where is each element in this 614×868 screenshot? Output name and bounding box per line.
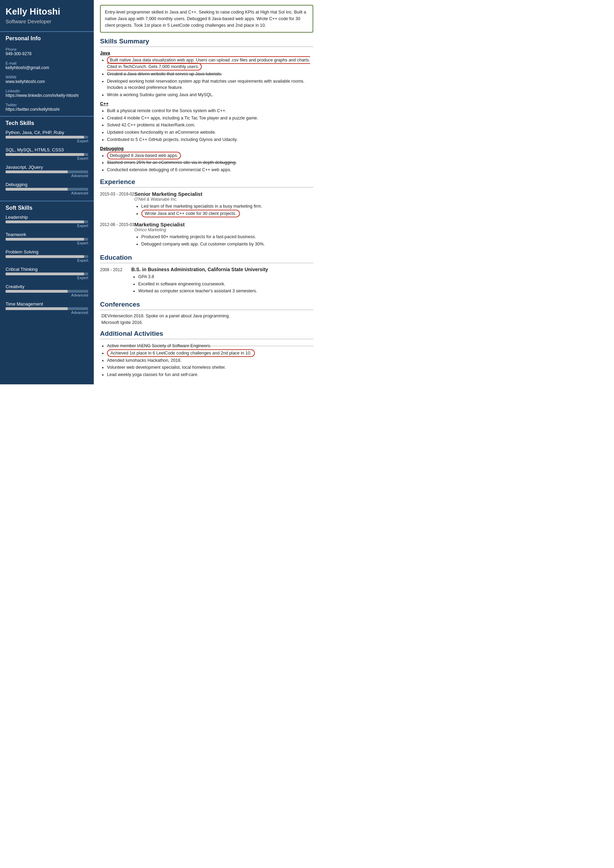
exp-bullet: Wrote Java and C++ code for 30 client pr… (141, 211, 313, 217)
exp-bullets: Produced 60+ marketing projects for a fa… (134, 234, 313, 248)
candidate-name: Kelly Hitoshi (6, 6, 88, 17)
skill-level: Expert (6, 223, 88, 228)
main-content: Entry-level programmer skilled in Java a… (94, 0, 319, 384)
edu-content: B.S. in Business Administration, Califor… (131, 267, 313, 296)
cpp-bullet: Created 4 mobile C++ apps, including a T… (107, 115, 313, 121)
skill-name: SQL, MySQL, HTML5, CSS3 (6, 147, 88, 152)
java-bullet: Wrote a working Sudoku game using Java a… (107, 91, 313, 98)
exp-bullet: Led team of five marketing specialists i… (141, 203, 313, 210)
exp-company: Orinco Marketing (134, 228, 313, 232)
skill-name: Python, Java, C#, PHP, Ruby (6, 130, 88, 135)
tech-skill-item: Python, Java, C#, PHP, Ruby Expert (0, 129, 94, 146)
skill-name: Problem Solving (6, 249, 88, 254)
soft-skill-item: Teamwork Expert (0, 231, 94, 248)
soft-skills-section: Leadership Expert Teamwork Expert Proble… (0, 213, 94, 317)
contact-item: LinkedInhttps://www.linkedin.com/in/kell… (0, 85, 94, 99)
exp-bullet: Produced 60+ marketing projects for a fa… (141, 234, 313, 240)
contact-label: WWW (6, 75, 88, 79)
additional-bullet: Volunteer web development specialist, lo… (107, 364, 313, 371)
java-section: Java Built native Java data visualizatio… (100, 50, 313, 98)
summary-box: Entry-level programmer skilled in Java a… (100, 5, 313, 33)
skill-level: Advanced (6, 310, 88, 315)
additional-bullet: Active member IAENG Society of Software … (107, 343, 313, 349)
sidebar: Kelly Hitoshi Software Developer Persona… (0, 0, 94, 384)
tech-skills-section: Python, Java, C#, PHP, Ruby Expert SQL, … (0, 129, 94, 198)
skill-bar-bg (6, 255, 88, 258)
skill-bar-bg (6, 170, 88, 173)
contact-value: www.kellyhitoshi.com (6, 79, 88, 84)
cpp-section: C++ Built a physical remote control for … (100, 101, 313, 143)
skill-name: Leadership (6, 215, 88, 220)
skill-bar-bg (6, 220, 88, 223)
highlighted-bullet: Wrote Java and C++ code for 30 client pr… (141, 210, 240, 217)
exp-date: 2015-03 - 2019-02 (100, 191, 134, 219)
experience-row: 2015-03 - 2019-02Senior Marketing Specia… (100, 191, 313, 219)
skill-bar-fill (6, 255, 84, 258)
skill-bar-fill (6, 136, 84, 138)
debugging-bullet: Slashed errors 25% for an eCommerce site… (107, 160, 313, 166)
sidebar-header: Kelly Hitoshi Software Developer (0, 0, 94, 28)
skill-bar-bg (6, 188, 88, 191)
skill-bar-bg (6, 153, 88, 156)
skill-level: Advanced (6, 293, 88, 297)
additional-bullet: Attended lumohacks Hackathon, 2018. (107, 357, 313, 364)
conference-item: DEVintersection 2018. Spoke on a panel a… (100, 313, 313, 318)
contact-value: https://twitter.com/kellyhitoshi (6, 107, 88, 112)
debugging-title: Debugging (100, 146, 313, 151)
exp-bullet: Debugged company web app. Cut customer c… (141, 241, 313, 248)
additional-bullet: Lead weekly yoga classes for fun and sel… (107, 372, 313, 378)
contact-label: LinkedIn (6, 89, 88, 93)
contact-label: E-mail (6, 61, 88, 65)
edu-bullets: GPA 3.8Excelled in software engineering … (131, 274, 313, 294)
candidate-title: Software Developer (6, 19, 88, 24)
java-title: Java (100, 50, 313, 56)
skill-bar-fill (6, 188, 68, 191)
personal-info-title: Personal Info (0, 31, 94, 44)
soft-skill-item: Problem Solving Expert (0, 248, 94, 265)
additional-bullets: Active member IAENG Society of Software … (100, 343, 313, 378)
skill-bar-bg (6, 273, 88, 275)
additional-bullet: Achieved 1st place in 6 LeetCode coding … (107, 350, 313, 356)
exp-content: Senior Marketing SpecialistO'Neil & Wata… (134, 191, 313, 219)
contact-item: WWWwww.kellyhitoshi.com (0, 71, 94, 85)
edu-degree: B.S. in Business Administration, Califor… (131, 267, 313, 272)
tech-skill-item: Debugging Advanced (0, 181, 94, 198)
exp-date: 2012-06 - 2015-03 (100, 222, 134, 249)
skill-level: Expert (6, 139, 88, 143)
exp-job-title: Marketing Specialist (134, 222, 313, 228)
debugging-bullet: Debugged 8 Java-based web apps. (107, 152, 313, 159)
skill-bar-fill (6, 273, 84, 275)
java-bullet: Created a Java-driven website that serve… (107, 71, 313, 78)
cpp-bullets: Built a physical remote control for the … (100, 108, 313, 143)
tech-skill-item: SQL, MySQL, HTML5, CSS3 Expert (0, 146, 94, 163)
soft-skill-item: Creativity Advanced (0, 283, 94, 300)
edu-bullet: GPA 3.8 (138, 274, 313, 280)
skill-level: Expert (6, 258, 88, 262)
exp-job-title: Senior Marketing Specialist (134, 191, 313, 197)
skill-bar-bg (6, 238, 88, 240)
personal-info-section: Phone949-300-9278E-mailkellyhitoshi@gmai… (0, 44, 94, 113)
skill-name: Teamwork (6, 232, 88, 237)
cpp-bullet: Updated cookies functionality in an eCom… (107, 129, 313, 136)
skill-level: Expert (6, 156, 88, 160)
debugging-section: Debugging Debugged 8 Java-based web apps… (100, 146, 313, 173)
cpp-bullet: Built a physical remote control for the … (107, 108, 313, 114)
cpp-bullet: Contributed to 5 C++ GitHub projects, in… (107, 136, 313, 143)
java-bullets: Built native Java data visualization web… (100, 57, 313, 98)
skill-bar-bg (6, 136, 88, 138)
contact-label: Twitter (6, 103, 88, 107)
skill-bar-fill (6, 307, 68, 310)
tech-skill-item: Javascript, JQuery Advanced (0, 163, 94, 181)
additional-title: Additional Activities (100, 330, 313, 339)
skill-name: Critical Thinking (6, 267, 88, 272)
skill-bar-fill (6, 290, 68, 293)
education-row: 2008 - 2012B.S. in Business Administrati… (100, 267, 313, 296)
skill-level: Advanced (6, 191, 88, 195)
highlighted-bullet: Achieved 1st place in 6 LeetCode coding … (107, 349, 255, 357)
exp-bullets: Led team of five marketing specialists i… (134, 203, 313, 217)
skills-summary-title: Skills Summary (100, 37, 313, 47)
debugging-bullet: Conducted extensive debugging of 6 comme… (107, 167, 313, 173)
conferences-title: Conferences (100, 301, 313, 310)
skill-bar-fill (6, 153, 84, 156)
edu-date: 2008 - 2012 (100, 267, 131, 296)
